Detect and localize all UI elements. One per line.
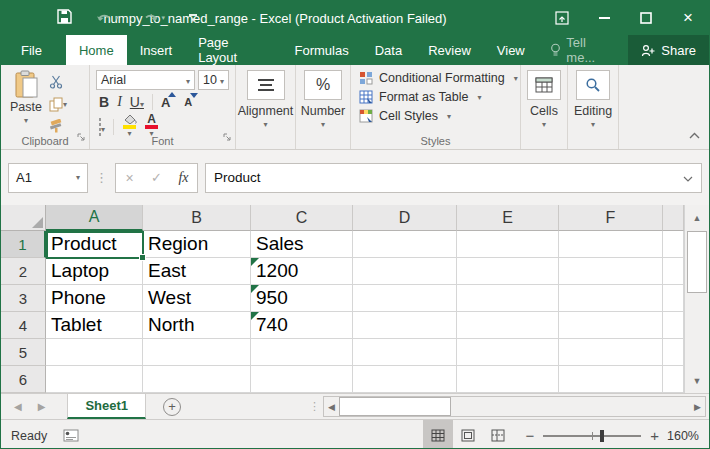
- scroll-right-icon[interactable]: ▶: [690, 402, 705, 412]
- column-header-C[interactable]: C: [251, 205, 353, 231]
- zoom-level[interactable]: 160%: [667, 429, 709, 443]
- vertical-scrollbar-thumb[interactable]: [687, 231, 707, 293]
- scroll-up-icon[interactable]: ▲: [685, 205, 709, 230]
- alignment-group[interactable]: Alignment ▾: [236, 65, 296, 149]
- cell-D4[interactable]: [353, 312, 457, 339]
- horizontal-scrollbar-thumb[interactable]: [339, 397, 451, 416]
- tab-home[interactable]: Home: [66, 35, 127, 65]
- cell-E1[interactable]: [457, 231, 559, 258]
- sheet-tab-sheet1[interactable]: Sheet1: [67, 394, 146, 419]
- cell-D6[interactable]: [353, 366, 457, 393]
- cell-B3[interactable]: West: [143, 285, 251, 312]
- cell-C6[interactable]: [251, 366, 353, 393]
- tab-view[interactable]: View: [484, 35, 538, 65]
- zoom-slider-thumb[interactable]: [600, 430, 604, 442]
- font-size-combo[interactable]: 10▾: [198, 70, 229, 90]
- cell-F4[interactable]: [559, 312, 663, 339]
- redo-button[interactable]: ▾: [143, 12, 166, 24]
- tab-file[interactable]: File: [5, 35, 58, 65]
- vertical-scrollbar[interactable]: ▲ ▼: [684, 205, 709, 393]
- underline-button[interactable]: U: [130, 94, 144, 110]
- column-header-A[interactable]: A: [46, 205, 143, 231]
- zoom-slider[interactable]: [543, 435, 641, 437]
- cell-C3[interactable]: 950: [251, 285, 353, 312]
- horizontal-scrollbar[interactable]: ◀ ▶: [323, 396, 706, 417]
- minimize-button[interactable]: [583, 1, 625, 35]
- cell-F1[interactable]: [559, 231, 663, 258]
- cell-F2[interactable]: [559, 258, 663, 285]
- cell-partial-4[interactable]: [663, 312, 684, 339]
- sheet-bar-separator[interactable]: ⋮: [309, 394, 320, 419]
- conditional-formatting-button[interactable]: Conditional Formatting: [359, 71, 520, 85]
- scroll-left-icon[interactable]: ◀: [324, 402, 339, 412]
- cell-C5[interactable]: [251, 339, 353, 366]
- cell-partial-2[interactable]: [663, 258, 684, 285]
- alignment-icon-button[interactable]: [247, 70, 285, 100]
- save-icon[interactable]: [57, 9, 72, 28]
- cell-E3[interactable]: [457, 285, 559, 312]
- cell-B4[interactable]: North: [143, 312, 251, 339]
- normal-view-button[interactable]: [423, 420, 453, 449]
- column-header-partial[interactable]: [663, 205, 684, 231]
- cell-F3[interactable]: [559, 285, 663, 312]
- scroll-down-icon[interactable]: ▼: [685, 368, 709, 393]
- cell-D3[interactable]: [353, 285, 457, 312]
- cancel-entry-icon[interactable]: ×: [116, 170, 143, 186]
- select-all-corner[interactable]: [1, 205, 46, 231]
- cell-B6[interactable]: [143, 366, 251, 393]
- row-header-5[interactable]: 5: [1, 339, 46, 366]
- cell-C4[interactable]: 740: [251, 312, 353, 339]
- cell-A1[interactable]: Product: [46, 231, 143, 258]
- row-header-6[interactable]: 6: [1, 366, 46, 393]
- formula-input[interactable]: Product: [205, 163, 702, 193]
- undo-dropdown-icon[interactable]: ▾: [115, 14, 119, 22]
- cell-A4[interactable]: Tablet: [46, 312, 143, 339]
- row-header-4[interactable]: 4: [1, 312, 46, 339]
- cell-E5[interactable]: [457, 339, 559, 366]
- column-header-F[interactable]: F: [559, 205, 663, 231]
- close-button[interactable]: ×: [667, 1, 709, 35]
- editing-group[interactable]: Editing ▾: [568, 65, 619, 149]
- new-sheet-button[interactable]: +: [163, 398, 181, 416]
- cell-A6[interactable]: [46, 366, 143, 393]
- font-dialog-launcher-icon[interactable]: [222, 128, 232, 146]
- cell-F6[interactable]: [559, 366, 663, 393]
- macro-record-button[interactable]: [63, 429, 79, 442]
- customize-qat-icon[interactable]: ▾: [189, 14, 197, 22]
- cut-button[interactable]: [49, 73, 67, 91]
- row-header-2[interactable]: 2: [1, 258, 46, 285]
- paste-dropdown-icon[interactable]: ▾: [24, 116, 28, 125]
- cell-partial-6[interactable]: [663, 366, 684, 393]
- font-name-combo[interactable]: Arial▾: [96, 70, 195, 90]
- name-box[interactable]: A1 ▾: [8, 163, 88, 193]
- cell-B2[interactable]: East: [143, 258, 251, 285]
- format-painter-button[interactable]: [49, 117, 67, 135]
- number-group[interactable]: % Number ▾: [296, 65, 351, 149]
- cell-D2[interactable]: [353, 258, 457, 285]
- cell-E4[interactable]: [457, 312, 559, 339]
- cell-C2[interactable]: 1200: [251, 258, 353, 285]
- row-header-1[interactable]: 1: [1, 231, 46, 258]
- column-header-D[interactable]: D: [353, 205, 457, 231]
- editing-dropdown-icon[interactable]: ▾: [591, 120, 595, 129]
- cell-B5[interactable]: [143, 339, 251, 366]
- cell-styles-button[interactable]: Cell Styles: [359, 109, 520, 123]
- alignment-dropdown-icon[interactable]: ▾: [263, 120, 267, 129]
- confirm-entry-icon[interactable]: ✓: [143, 170, 170, 185]
- editing-icon-button[interactable]: [576, 70, 610, 100]
- cell-F5[interactable]: [559, 339, 663, 366]
- cell-E2[interactable]: [457, 258, 559, 285]
- copy-button[interactable]: [49, 95, 67, 113]
- tab-page-layout[interactable]: Page Layout: [185, 35, 281, 65]
- cells-group[interactable]: Cells ▾: [521, 65, 568, 149]
- cell-D1[interactable]: [353, 231, 457, 258]
- zoom-out-icon[interactable]: −: [525, 427, 534, 444]
- cell-partial-1[interactable]: [663, 231, 684, 258]
- page-layout-view-button[interactable]: [453, 420, 483, 449]
- tab-review[interactable]: Review: [415, 35, 484, 65]
- share-button[interactable]: Share: [628, 35, 709, 65]
- zoom-in-icon[interactable]: +: [650, 427, 659, 444]
- maximize-button[interactable]: [625, 1, 667, 35]
- sheet-nav-left-icon[interactable]: ◀: [14, 401, 22, 412]
- tell-me-box[interactable]: Tell me...: [538, 35, 629, 65]
